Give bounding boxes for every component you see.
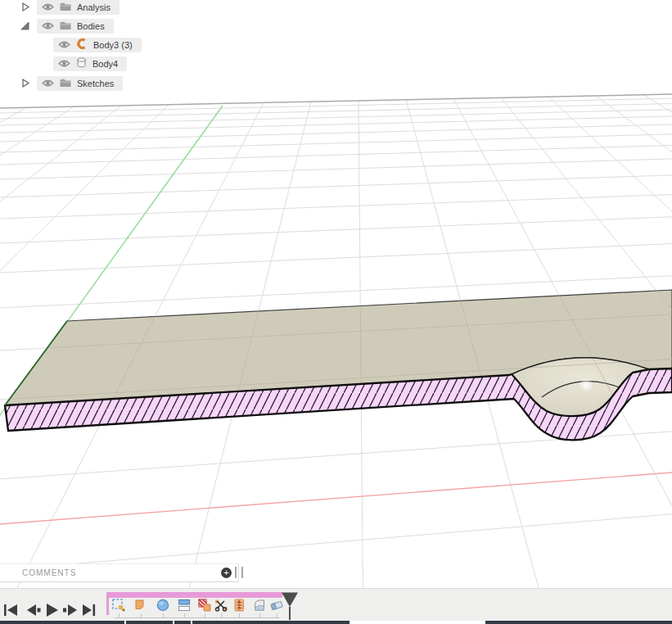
step-forward-button[interactable] <box>63 604 77 616</box>
bottom-scroll-strip[interactable] <box>0 621 672 624</box>
tree-item-label[interactable]: Analysis <box>77 2 110 12</box>
boundary-fill-feature-icon[interactable] <box>252 598 267 613</box>
ruler-tick <box>163 613 164 617</box>
timeline-ruler <box>115 617 280 618</box>
eye-visibility-icon[interactable] <box>42 0 54 15</box>
specular-highlight <box>579 378 593 392</box>
ruler-tick <box>239 613 240 617</box>
timeline-playback-controls <box>0 589 106 622</box>
expand-chevron-icon[interactable] <box>20 78 30 88</box>
comments-label: COMMENTS <box>22 568 76 577</box>
ruler-tick <box>221 613 222 617</box>
ruler-tick <box>184 613 185 617</box>
tree-item-label[interactable]: Body3 (3) <box>93 40 133 50</box>
thicken-feature-icon[interactable] <box>133 598 148 613</box>
play-button[interactable] <box>47 604 58 617</box>
sphere-feature-icon[interactable] <box>156 598 170 613</box>
add-comment-button[interactable]: + <box>221 567 232 578</box>
ruler-tick <box>141 613 142 617</box>
timeline-group-band-edge <box>106 592 109 615</box>
comments-bar: COMMENTS + <box>0 563 239 582</box>
skip-to-start-button[interactable] <box>4 604 17 616</box>
folder-icon <box>60 19 71 34</box>
fusion360-window: Analysis Bodies Body3 (3) <box>0 0 672 624</box>
timeline-bar <box>0 588 672 622</box>
stitch-feature-icon[interactable] <box>232 598 246 613</box>
scroll-thumb[interactable] <box>350 621 485 624</box>
collapse-chevron-icon[interactable] <box>20 20 30 31</box>
step-back-button[interactable] <box>27 604 41 616</box>
scroll-tick <box>124 621 126 624</box>
scroll-tick <box>191 621 192 624</box>
tree-item-label[interactable]: Bodies <box>77 21 105 31</box>
timeline-playhead-marker[interactable] <box>278 591 303 621</box>
folder-icon <box>60 0 71 15</box>
ruler-tick <box>205 613 205 617</box>
eye-visibility-icon[interactable] <box>58 38 70 52</box>
eye-visibility-icon[interactable] <box>42 19 54 34</box>
surface-body-icon <box>76 57 87 71</box>
trim-feature-icon[interactable] <box>214 598 228 613</box>
ruler-tick <box>277 613 277 617</box>
eye-visibility-icon[interactable] <box>42 76 54 91</box>
solid-body-icon <box>76 38 88 52</box>
comments-resize-grip[interactable] <box>235 567 243 578</box>
x-axis-red <box>0 473 672 524</box>
scroll-tick <box>173 621 174 624</box>
expand-chevron-icon[interactable] <box>20 2 30 12</box>
skip-to-end-button[interactable] <box>83 604 95 616</box>
tree-item-label[interactable]: Sketches <box>77 79 114 88</box>
timeline-group-band[interactable] <box>109 592 282 598</box>
split-body-feature-icon[interactable] <box>177 598 192 613</box>
tree-item-label[interactable]: Body4 <box>92 59 118 69</box>
ruler-tick <box>259 613 260 617</box>
folder-icon <box>60 76 71 91</box>
eye-visibility-icon[interactable] <box>58 57 70 71</box>
sketch-feature-icon[interactable] <box>111 598 126 613</box>
ruler-tick <box>119 613 120 617</box>
combine-cut-feature-icon[interactable] <box>197 598 212 613</box>
